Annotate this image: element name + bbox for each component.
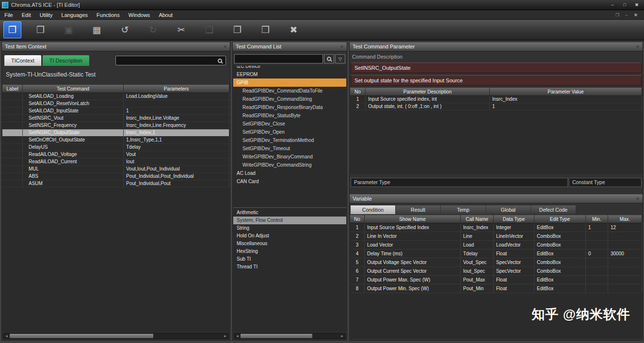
edit-type-cell[interactable]: ComboBox — [534, 241, 586, 249]
command-list-item[interactable]: SetGPIBDev_Timeout — [233, 144, 346, 153]
child-close-icon[interactable]: ✖ — [632, 13, 639, 17]
scroll-right-icon[interactable]: ► — [339, 334, 345, 338]
parameter-value-cell[interactable]: 1 — [490, 103, 642, 110]
command-list-item[interactable]: ReadGPIBDev_ResponseBinaryData — [233, 103, 346, 111]
tab-global[interactable]: Global — [486, 205, 531, 214]
close-panel-icon[interactable]: × — [339, 43, 345, 51]
tab-ti-description[interactable]: TI Description — [43, 55, 89, 66]
test-command-row[interactable]: ReadAILOAD_Current Iout — [2, 158, 229, 166]
test-command-row[interactable]: SetAILOAD_InputState 1 — [2, 108, 229, 115]
max-cell[interactable] — [608, 276, 642, 284]
menu-windows[interactable]: Windows — [124, 10, 155, 20]
min-cell[interactable] — [586, 267, 608, 275]
edit-type-cell[interactable]: EditBox — [534, 223, 586, 232]
child-minimize-icon[interactable]: – — [623, 13, 630, 17]
max-cell[interactable]: 12 — [608, 223, 642, 232]
test-command-row[interactable]: SetINSRC_OutputState Insrc_Index,1 — [2, 129, 229, 137]
min-cell[interactable]: 0 — [586, 249, 608, 258]
filter-icon[interactable]: ▽ — [335, 54, 345, 63]
scrollbar-thumb[interactable] — [241, 334, 312, 338]
command-list-item[interactable]: GPIB — [233, 78, 346, 87]
command-list-item[interactable]: SetGPIBDev_Open — [233, 128, 346, 136]
scroll-left-icon[interactable]: ◄ — [234, 334, 241, 338]
command-group-item[interactable]: HexString — [233, 248, 346, 255]
search-icon[interactable] — [218, 59, 222, 63]
child-restore-icon[interactable]: ❐ — [614, 13, 621, 17]
max-cell[interactable] — [608, 267, 642, 275]
command-group-item[interactable]: Thread TI — [233, 263, 346, 271]
edit-type-cell[interactable]: ComboBox — [534, 232, 586, 240]
command-group-item[interactable]: Miscellaneous — [233, 240, 346, 248]
command-list-item[interactable]: AC Load — [233, 169, 346, 177]
parameter-row[interactable]: 1 Input Source specified index, int Insr… — [350, 96, 642, 103]
edit-type-cell[interactable]: EditBox — [534, 284, 586, 293]
tab-condition[interactable]: Condition — [351, 205, 395, 214]
test-command-row[interactable]: DelayUS Tdelay — [2, 144, 229, 151]
command-list-item[interactable]: CAN Card — [233, 177, 346, 186]
test-command-row[interactable]: SetAILOAD_Loading Load.LoadingValue — [2, 93, 229, 100]
horizontal-scrollbar[interactable]: ◄ ► — [3, 333, 229, 339]
test-command-row[interactable]: SetOnOffCtrl_OutputState 1,Insrc_Type,1,… — [2, 137, 229, 144]
menu-edit[interactable]: Edit — [17, 10, 35, 20]
max-cell[interactable]: 30000 — [608, 249, 642, 258]
variable-row[interactable]: 1 Input Source Specified Index Insrc_Ind… — [350, 223, 642, 232]
command-list-item[interactable]: EEPROM — [233, 70, 346, 78]
test-command-row[interactable]: SetINSRC_Vout Insrc_Index,Line.Voltage — [2, 115, 229, 122]
command-list-item[interactable]: ReadGPIBDev_StatusByte — [233, 111, 346, 120]
copy-icon[interactable]: ❐ — [228, 21, 246, 38]
parameter-row[interactable]: 2 Output state, int. ( 0:off ,1:on , int… — [350, 103, 642, 110]
command-list-item[interactable]: ReadGPIBDev_CommandDataToFile — [233, 87, 346, 95]
paste-special-icon[interactable]: ❒ — [257, 21, 274, 38]
tab-temp[interactable]: Temp — [441, 205, 485, 214]
menu-functions[interactable]: Functions — [92, 10, 124, 20]
test-command-row[interactable]: ReadAILOAD_Voltage Vout — [2, 151, 229, 158]
min-cell[interactable] — [586, 276, 608, 284]
max-cell[interactable] — [608, 232, 642, 240]
command-list-item[interactable]: SetGPIBDev_Close — [233, 120, 346, 128]
test-command-row[interactable]: MUL Vout,Iout,Pout_Individual — [2, 166, 229, 173]
close-variable-icon[interactable]: × — [635, 195, 641, 203]
min-cell[interactable] — [586, 241, 608, 249]
min-cell[interactable] — [586, 258, 608, 266]
save-icon[interactable]: ▣ — [60, 21, 78, 38]
menu-file[interactable]: File — [0, 10, 17, 20]
close-panel-icon[interactable]: × — [222, 43, 228, 51]
command-list-item[interactable]: WriteGPIBDev_BinaryCommand — [233, 153, 346, 161]
edit-type-cell[interactable]: EditBox — [534, 276, 586, 284]
command-group-item[interactable]: String — [233, 224, 346, 232]
test-command-row[interactable]: SetAILOAD_ResetVonLatch — [2, 100, 229, 108]
command-list-item[interactable]: I2C Device — [233, 66, 346, 70]
command-group-item[interactable]: Hold On Adjust — [233, 232, 346, 240]
tab-defect-code[interactable]: Defect Code — [531, 205, 576, 214]
max-cell[interactable] — [608, 258, 642, 266]
close-button[interactable]: ✖ — [631, 1, 642, 9]
horizontal-scrollbar[interactable]: ◄ ► — [234, 333, 346, 339]
redo-icon[interactable]: ↻ — [144, 21, 162, 38]
test-command-row[interactable]: ASUM Pout_Individual,Pout — [2, 180, 229, 187]
command-search-input[interactable] — [235, 56, 322, 64]
minimize-button[interactable]: – — [607, 1, 618, 9]
open-icon[interactable]: ❐ — [3, 21, 21, 38]
edit-type-cell[interactable]: ComboBox — [534, 267, 586, 275]
search-button[interactable] — [324, 54, 334, 63]
undo-icon[interactable]: ↺ — [116, 21, 134, 38]
min-cell[interactable] — [586, 232, 608, 240]
edit-type-cell[interactable]: ComboBox — [534, 258, 586, 266]
min-cell[interactable] — [586, 284, 608, 293]
menu-utility[interactable]: Utility — [35, 10, 57, 20]
variable-row[interactable]: 8 Output Power Min. Spec (W) Pout_Min Fl… — [350, 284, 642, 293]
test-command-row[interactable]: ABS Pout_Individual,Pout_Individual — [2, 173, 229, 180]
variable-row[interactable]: 2 Line In Vector Line LineInVector Combo… — [350, 232, 642, 241]
paste-icon[interactable]: ❑ — [200, 21, 218, 38]
scroll-left-icon[interactable]: ◄ — [3, 334, 10, 338]
maximize-button[interactable]: □ — [619, 1, 630, 9]
close-panel-icon[interactable]: × — [635, 43, 641, 51]
command-list-item[interactable]: WriteGPIBDev_CommandString — [233, 161, 346, 169]
tab-ticontext[interactable]: TIContext — [4, 55, 41, 66]
command-list-item[interactable]: ReadGPIBDev_CommandString — [233, 95, 346, 103]
min-cell[interactable]: 1 — [586, 223, 608, 232]
tab-result[interactable]: Result — [396, 205, 440, 214]
command-list-item[interactable]: SetGPIBDev_TerminationMethod — [233, 136, 346, 144]
save-all-icon[interactable]: ▦ — [88, 21, 106, 38]
variable-row[interactable]: 7 Output Power Max. Spec (W) Pout_Max Fl… — [350, 276, 642, 284]
